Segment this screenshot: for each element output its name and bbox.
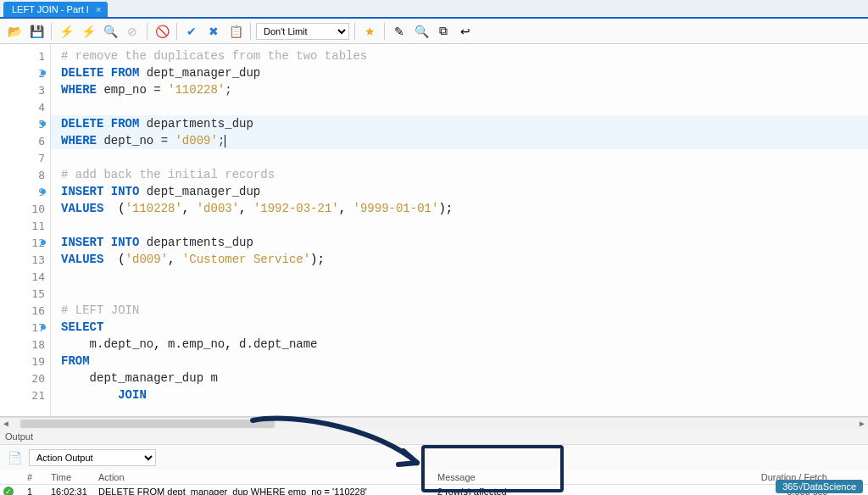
cell-idx: 1 (27, 487, 51, 495)
line-number: 9 (0, 183, 50, 200)
separator (147, 23, 147, 40)
commit-icon[interactable]: ✔ (182, 22, 201, 41)
statement-dot-icon (41, 240, 46, 245)
line-number: 12 (0, 234, 50, 251)
explain-icon[interactable]: 🔍 (101, 22, 120, 41)
tab-bar: LEFT JOIN - Part I × (0, 0, 868, 19)
cell-message: 2 row(s) affected (437, 487, 709, 495)
line-number: 1 (0, 47, 50, 64)
line-number: 17 (0, 319, 50, 336)
toolbar: 📂 💾 ⚡ ⚡ 🔍 ⊘ 🚫 ✔ ✖ 📋 Don't Limit ★ ✎ 🔍 ⧉ … (0, 19, 868, 44)
line-number: 18 (0, 336, 50, 353)
close-icon[interactable]: × (96, 4, 101, 14)
stop-on-error-icon[interactable]: 🚫 (153, 22, 171, 41)
open-icon[interactable]: 📂 (5, 22, 24, 41)
scroll-right-icon[interactable]: ► (858, 419, 866, 428)
save-icon[interactable]: 💾 (27, 22, 46, 41)
brush-icon[interactable]: ✎ (390, 22, 409, 41)
execute-selection-icon[interactable]: ⚡ (79, 22, 97, 41)
line-number: 8 (0, 166, 50, 183)
rollback-icon[interactable]: ✖ (204, 22, 223, 41)
code-line[interactable]: DELETE FROM departments_dup (51, 115, 868, 132)
limit-select[interactable]: Don't Limit (256, 23, 349, 40)
horizontal-scrollbar[interactable]: ◄ ► (0, 417, 868, 429)
code-line[interactable]: SELECT (51, 319, 868, 336)
col-time: Time (51, 472, 98, 482)
statement-dot-icon (41, 189, 46, 194)
code-line[interactable]: INSERT INTO departments_dup (51, 234, 868, 251)
line-number: 20 (0, 370, 50, 387)
output-copy-icon[interactable]: 📄 (5, 448, 24, 467)
code-line[interactable]: VALUES ('110228', 'd003', '1992-03-21', … (51, 200, 868, 217)
statement-dot-icon (41, 325, 46, 330)
watermark: 365√DataScience (776, 480, 863, 493)
line-number: 4 (0, 98, 50, 115)
code-line[interactable]: FROM (51, 353, 868, 370)
statement-dot-icon (41, 121, 46, 126)
grid-header-row: # Time Action Message Duration / Fetch (0, 470, 868, 485)
line-number: 16 (0, 302, 50, 319)
col-message: Message (437, 472, 709, 482)
code-line[interactable]: WHERE emp_no = '110228'; (51, 81, 868, 98)
separator (354, 23, 355, 40)
output-toolbar: 📄 Action Output (0, 445, 868, 470)
tab-title: LEFT JOIN - Part I (12, 4, 89, 14)
line-number: 7 (0, 149, 50, 166)
autocommit-icon[interactable]: 📋 (226, 22, 245, 41)
tab-active[interactable]: LEFT JOIN - Part I × (3, 2, 108, 17)
code-line[interactable] (51, 149, 868, 166)
code-line[interactable]: VALUES ('d009', 'Customer Service'); (51, 251, 868, 268)
separator (176, 23, 177, 40)
line-number: 3 (0, 81, 50, 98)
col-action: Action (98, 472, 437, 482)
col-idx: # (27, 472, 51, 482)
wrap-icon[interactable]: ↩ (456, 22, 475, 41)
code-line[interactable]: dept_manager_dup m (51, 370, 868, 387)
line-number: 21 (0, 387, 50, 403)
find-icon[interactable]: 🔍 (412, 22, 431, 41)
beautify-icon[interactable]: ★ (360, 22, 379, 41)
code-line[interactable]: INSERT INTO dept_manager_dup (51, 183, 868, 200)
line-number: 2 (0, 64, 50, 81)
code-area[interactable]: # remove the duplicates from the two tab… (51, 44, 868, 416)
line-number: 19 (0, 353, 50, 370)
separator (250, 23, 251, 40)
line-gutter: 123456789101112131415161718192021 (0, 44, 51, 416)
statement-dot-icon (41, 70, 46, 75)
cell-action: DELETE FROM dept_manager_dup WHERE emp_n… (98, 487, 437, 495)
separator (51, 23, 52, 40)
code-line[interactable]: # LEFT JOIN (51, 302, 868, 319)
code-line[interactable]: DELETE FROM dept_manager_dup (51, 64, 868, 81)
output-mode-select[interactable]: Action Output (29, 449, 156, 466)
code-line[interactable]: JOIN (51, 387, 868, 403)
scroll-left-icon[interactable]: ◄ (2, 419, 10, 428)
line-number: 11 (0, 217, 50, 234)
code-line[interactable] (51, 217, 868, 234)
scroll-thumb[interactable] (20, 420, 275, 428)
output-grid: # Time Action Message Duration / Fetch ✓… (0, 470, 868, 495)
code-line[interactable]: # add back the initial records (51, 166, 868, 183)
line-number: 10 (0, 200, 50, 217)
line-number: 13 (0, 251, 50, 268)
code-line[interactable] (51, 98, 868, 115)
output-panel-label: Output (0, 429, 868, 445)
execute-icon[interactable]: ⚡ (57, 22, 75, 41)
line-number: 6 (0, 132, 50, 149)
code-line[interactable] (51, 285, 868, 302)
invisible-icon[interactable]: ⧉ (434, 22, 453, 41)
line-number: 14 (0, 268, 50, 285)
output-row[interactable]: ✓116:02:31DELETE FROM dept_manager_dup W… (0, 485, 868, 495)
success-icon: ✓ (3, 487, 14, 495)
code-line[interactable]: # remove the duplicates from the two tab… (51, 47, 868, 64)
sql-editor[interactable]: 123456789101112131415161718192021 # remo… (0, 44, 868, 417)
stop-icon[interactable]: ⊘ (123, 22, 142, 41)
code-line[interactable]: WHERE dept_no = 'd009'; (51, 132, 868, 149)
line-number: 5 (0, 115, 50, 132)
code-line[interactable] (51, 268, 868, 285)
separator (384, 23, 385, 40)
line-number: 15 (0, 285, 50, 302)
cell-time: 16:02:31 (51, 487, 98, 495)
code-line[interactable]: m.dept_no, m.emp_no, d.dept_name (51, 336, 868, 353)
